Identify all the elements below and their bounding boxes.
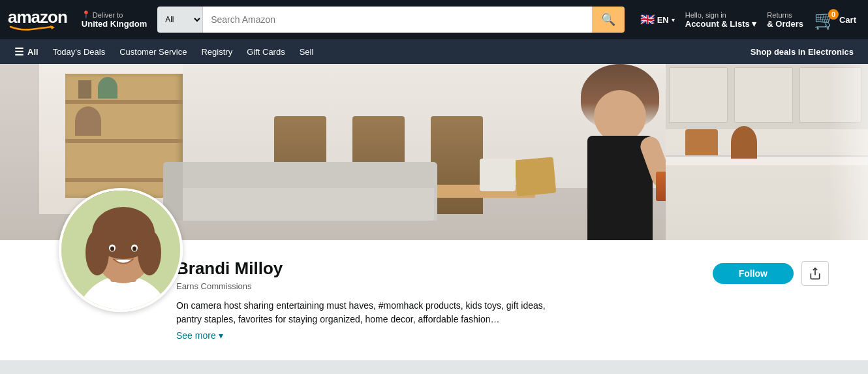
chevron-down-icon: ▾	[672, 16, 675, 23]
avatar-svg	[61, 191, 183, 312]
deliver-to-label: 📍 Deliver to	[82, 10, 147, 19]
profile-bio: On camera host sharing entertaining must…	[176, 299, 568, 326]
avatar-image	[61, 191, 180, 309]
returns-top-label: Returns	[767, 11, 803, 19]
search-icon: 🔍	[601, 12, 615, 27]
nav-item-gift-cards[interactable]: Gift Cards	[240, 43, 292, 61]
nav-item-todays-deals[interactable]: Today's Deals	[46, 43, 112, 61]
search-button[interactable]: 🔍	[592, 7, 625, 33]
account-top-label: Hello, sign in	[685, 11, 757, 19]
share-button[interactable]	[801, 261, 829, 286]
logo-text: amazon	[8, 8, 67, 25]
see-more-button[interactable]: See more ▾	[176, 330, 713, 341]
follow-button[interactable]: Follow	[713, 263, 794, 284]
avatar	[59, 188, 183, 312]
profile-info-section: Brandi Milloy Earns Commissions On camer…	[0, 240, 868, 360]
location-pin-icon: 📍	[82, 10, 91, 19]
deliver-to-block[interactable]: 📍 Deliver to United Kingdom	[78, 8, 151, 31]
returns-block[interactable]: Returns & Orders	[763, 8, 807, 31]
window-light	[829, 64, 868, 240]
sofa-seat	[166, 188, 434, 221]
svg-point-7	[85, 230, 109, 275]
throw-pillow-1	[514, 157, 557, 196]
language-selector[interactable]: 🇬🇧 EN ▾	[636, 10, 679, 29]
flag-icon: 🇬🇧	[640, 12, 655, 27]
account-bottom-label: Account & Lists ▾	[685, 19, 757, 29]
cart-block[interactable]: 🛒 0 Cart	[810, 7, 860, 33]
nav-item-customer-service[interactable]: Customer Service	[113, 43, 193, 61]
svg-point-8	[138, 230, 161, 275]
cart-count-badge: 0	[828, 9, 839, 20]
share-icon	[809, 267, 822, 280]
svg-point-12	[132, 247, 136, 251]
earns-commissions-label: Earns Commissions	[176, 281, 713, 291]
account-block[interactable]: Hello, sign in Account & Lists ▾	[681, 8, 761, 31]
profile-text: Brandi Milloy Earns Commissions On camer…	[176, 248, 713, 341]
svg-point-11	[110, 247, 114, 251]
hamburger-icon: ☰	[14, 46, 23, 58]
search-category-select[interactable]: All	[157, 7, 203, 33]
cart-label: Cart	[839, 15, 856, 25]
search-bar: All 🔍	[157, 7, 624, 33]
throw-pillow-2	[480, 159, 516, 191]
nav-all-button[interactable]: ☰ All	[8, 42, 45, 62]
logo-smile-icon	[8, 25, 55, 31]
header-right: 🇬🇧 EN ▾ Hello, sign in Account & Lists ▾…	[636, 7, 860, 33]
header: amazon 📍 Deliver to United Kingdom All 🔍…	[0, 0, 868, 39]
nav-item-registry[interactable]: Registry	[194, 43, 239, 61]
profile-area: Brandi Milloy Earns Commissions On camer…	[0, 64, 868, 360]
person-figure	[568, 70, 672, 240]
profile-name: Brandi Milloy	[176, 258, 713, 279]
returns-bottom-label: & Orders	[767, 19, 803, 29]
chevron-down-icon: ▾	[219, 330, 223, 341]
nav-promo[interactable]: Shop deals in Electronics	[744, 43, 860, 61]
amazon-logo[interactable]: amazon	[8, 8, 67, 31]
chair-3	[431, 116, 483, 214]
nav-item-sell[interactable]: Sell	[293, 43, 320, 61]
profile-actions: Follow	[713, 248, 848, 286]
navbar: ☰ All Today's Deals Customer Service Reg…	[0, 39, 868, 64]
nav-all-label: All	[27, 47, 39, 57]
head	[594, 90, 646, 142]
search-input[interactable]	[203, 7, 591, 33]
language-label: EN	[657, 15, 669, 25]
deliver-country: United Kingdom	[82, 19, 147, 29]
